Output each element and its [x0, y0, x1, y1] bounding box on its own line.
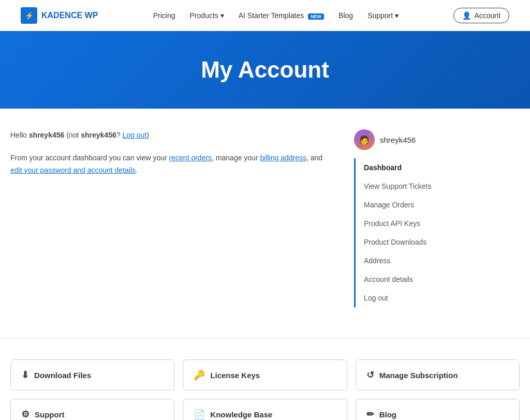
edit-password-link[interactable]: edit your password and account details [10, 166, 136, 174]
nav-products[interactable]: Products ▾ [189, 11, 224, 20]
user-profile: 🧑 shreyk456 [354, 129, 520, 150]
billing-address-link[interactable]: billing address [260, 154, 306, 162]
account-icon: 👤 [462, 11, 471, 20]
logo[interactable]: ⚡ KADENCE WP [21, 7, 98, 24]
sidebar-item-logout[interactable]: Log out [356, 289, 520, 307]
recent-orders-link[interactable]: recent orders [169, 154, 212, 162]
right-sidebar: 🧑 shreyk456 Dashboard View Support Ticke… [354, 129, 520, 307]
not-username: shreyk456 [81, 131, 116, 139]
dashboard-description: From your account dashboard you can view… [10, 152, 333, 177]
download-files-button[interactable]: ⬇ Download Files [10, 359, 174, 391]
logo-icon: ⚡ [21, 7, 37, 24]
blog-icon: ✏ [366, 409, 374, 420]
support-icon: ⚙ [21, 409, 30, 420]
license-keys-label: License Keys [210, 371, 260, 380]
blog-label: Blog [379, 410, 396, 419]
nav-links: Pricing Products ▾ AI Starter Templates … [153, 11, 399, 20]
bottom-section: ⬇ Download Files 🔑 License Keys ↺ Manage… [0, 359, 530, 420]
sidebar-item-product-downloads[interactable]: Product Downloads [356, 233, 520, 251]
sidebar-item-account-details[interactable]: Account details [356, 270, 520, 289]
sidebar-nav: Dashboard View Support Tickets Manage Or… [354, 158, 520, 307]
hello-prefix: Hello [10, 131, 29, 139]
download-icon: ⬇ [21, 369, 29, 381]
support-label: Support [35, 410, 65, 419]
license-keys-button[interactable]: 🔑 License Keys [183, 359, 347, 391]
sidebar-username: shreyk456 [380, 136, 416, 144]
nav-pricing[interactable]: Pricing [153, 11, 175, 20]
nav-blog[interactable]: Blog [338, 11, 353, 20]
hero-section: My Account [0, 31, 530, 109]
manage-subscription-button[interactable]: ↺ Manage Subscription [356, 359, 520, 391]
main-content: Hello shreyk456 (not shreyk456? Log out)… [0, 109, 530, 338]
sidebar-item-manage-orders[interactable]: Manage Orders [356, 196, 520, 214]
knowledge-base-button[interactable]: 📄 Knowledge Base [183, 399, 347, 420]
knowledge-base-icon: 📄 [194, 409, 205, 420]
key-icon: 🔑 [194, 369, 205, 381]
sidebar-item-dashboard[interactable]: Dashboard [356, 158, 520, 177]
left-panel: Hello shreyk456 (not shreyk456? Log out)… [10, 129, 333, 307]
nav-support[interactable]: Support ▾ [367, 11, 399, 20]
sidebar-item-address[interactable]: Address [356, 251, 520, 270]
section-divider [0, 338, 530, 339]
subscription-icon: ↺ [366, 369, 374, 381]
manage-subscription-label: Manage Subscription [379, 371, 458, 380]
sidebar-item-api-keys[interactable]: Product API Keys [356, 214, 520, 233]
hello-text: Hello shreyk456 (not shreyk456? Log out) [10, 129, 333, 142]
action-button-grid: ⬇ Download Files 🔑 License Keys ↺ Manage… [10, 359, 520, 420]
sidebar-item-support-tickets[interactable]: View Support Tickets [356, 177, 520, 196]
avatar: 🧑 [354, 129, 375, 150]
hello-username: shreyk456 [29, 131, 65, 139]
logo-text: KADENCE WP [41, 11, 98, 20]
logout-link[interactable]: Log out [122, 131, 146, 139]
account-button[interactable]: 👤 Account [453, 8, 509, 23]
support-button[interactable]: ⚙ Support [10, 399, 174, 420]
download-files-label: Download Files [34, 371, 91, 380]
page-title: My Account [21, 57, 509, 83]
knowledge-base-label: Knowledge Base [210, 410, 272, 419]
blog-button[interactable]: ✏ Blog [356, 399, 520, 420]
nav-ai-templates[interactable]: AI Starter Templates NEW [239, 11, 324, 20]
ai-badge: NEW [308, 13, 324, 20]
main-nav: ⚡ KADENCE WP Pricing Products ▾ AI Start… [0, 0, 530, 31]
